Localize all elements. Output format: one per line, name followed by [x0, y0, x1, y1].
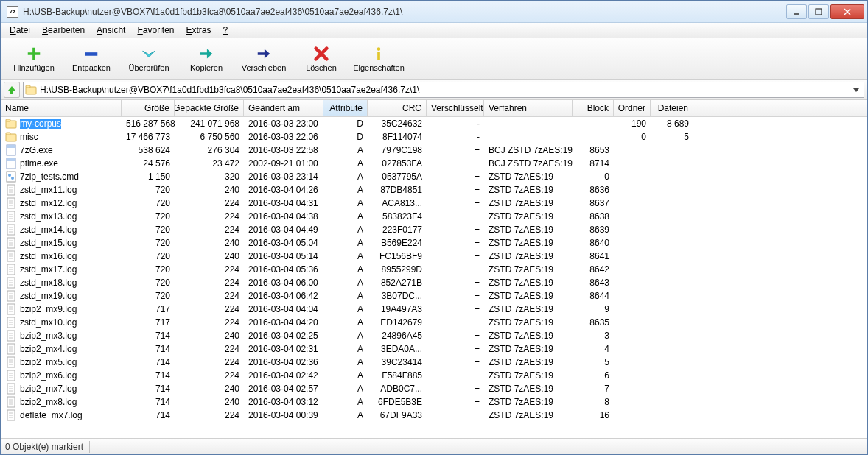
table-row[interactable]: zstd_mx13.log7202242016-03-04 04:38A5838… [1, 210, 867, 223]
cell-method: ZSTD 7zAES:19 [484, 225, 573, 235]
address-combobox[interactable]: H:\USB-Backup\nutzer@VBOX7\f1a0d1fbd1b3f… [23, 82, 864, 98]
table-row[interactable]: bzip2_mx4.log7142242016-03-04 02:31A3EDA… [1, 342, 867, 356]
header-crc[interactable]: CRC [368, 100, 427, 116]
move-button[interactable]: Verschieben [235, 40, 293, 78]
up-button[interactable] [4, 82, 20, 98]
table-row[interactable]: zstd_mx16.log7202402016-03-04 05:14AFC15… [1, 250, 867, 263]
titlebar[interactable]: 7z H:\USB-Backup\nutzer@VBOX7\f1a0d1fbd1… [1, 1, 867, 23]
test-button[interactable]: Überprüfen [120, 40, 178, 78]
cell-method: ZSTD 7zAES:19 [484, 291, 573, 301]
cell-crc: 027853FA [368, 158, 427, 169]
table-row[interactable]: 7zip_tests.cmd1 1503202016-03-03 23:14A0… [1, 170, 867, 183]
header-size[interactable]: Größe [122, 100, 175, 116]
cell-crc: 223F0177 [368, 225, 427, 235]
table-row[interactable]: zstd_mx15.log7202402016-03-04 05:04AB569… [1, 236, 867, 250]
svg-point-6 [377, 47, 381, 51]
table-row[interactable]: zstd_mx14.log7202242016-03-04 04:49A223F… [1, 223, 867, 236]
tool-label: Löschen [306, 63, 337, 72]
svg-rect-5 [377, 52, 380, 60]
cell-name: zstd_mx14.log [1, 224, 122, 236]
menu-extras[interactable]: Extras [181, 24, 217, 37]
table-row[interactable]: bzip2_mx6.log7142242016-03-04 02:42AF584… [1, 369, 867, 382]
cell-name: bzip2_mx9.log [1, 303, 122, 315]
addressbar: H:\USB-Backup\nutzer@VBOX7\f1a0d1fbd1b3f… [1, 80, 867, 100]
cell-packed-size: 240 [175, 185, 244, 195]
menu-favorites[interactable]: Favoriten [131, 24, 180, 37]
cell-encrypted: + [427, 264, 484, 275]
cell-encrypted: + [427, 158, 484, 169]
cell-method: ZSTD 7zAES:19 [484, 304, 573, 314]
maximize-button[interactable] [808, 4, 829, 19]
cell-name: zstd_mx17.log [1, 264, 122, 275]
header-packed-size[interactable]: Gepackte Größe [175, 100, 244, 116]
header-method[interactable]: Verfahren [484, 100, 573, 116]
cell-modified: 2016-03-04 05:04 [244, 238, 323, 248]
add-button[interactable]: Hinzufügen [5, 40, 63, 78]
copy-button[interactable]: Kopieren [178, 40, 235, 78]
cell-name: 7zip_tests.cmd [1, 171, 122, 183]
table-row[interactable]: bzip2_mx9.log7172242016-03-04 04:04A19A4… [1, 303, 867, 316]
cell-crc: 6FDE5B3E [368, 397, 427, 407]
header-attributes[interactable]: Attribute [323, 100, 368, 116]
menu-label: xtras [192, 25, 211, 35]
cell-crc: B569E224 [368, 238, 427, 248]
cell-name: bzip2_mx3.log [1, 330, 122, 342]
cell-folders: 190 [614, 119, 651, 129]
file-list[interactable]: my-corpus516 287 568241 071 9682016-03-0… [1, 117, 867, 438]
table-row[interactable]: zstd_mx10.log7172242016-03-04 04:20AED14… [1, 316, 867, 329]
menu-edit[interactable]: Bearbeiten [36, 24, 91, 37]
table-row[interactable]: ptime.exe24 57623 4722002-09-21 01:00A02… [1, 157, 867, 170]
delete-button[interactable]: Löschen [293, 40, 350, 78]
cell-crc: 3B07DC... [368, 291, 427, 301]
cell-method: ZSTD 7zAES:19 [484, 357, 573, 367]
txt-icon [5, 330, 17, 342]
arrow-right-teal-icon [198, 46, 214, 62]
table-row[interactable]: misc17 466 7736 750 5602016-03-03 22:06D… [1, 130, 867, 144]
table-row[interactable]: 7zG.exe538 624276 3042016-03-03 22:58A79… [1, 144, 867, 157]
cell-attr: A [323, 291, 368, 301]
header-block[interactable]: Block [573, 100, 614, 116]
cell-size: 24 576 [122, 158, 175, 169]
cell-method: ZSTD 7zAES:19 [484, 278, 573, 288]
dropdown-icon[interactable] [850, 87, 862, 93]
table-row[interactable]: zstd_mx17.log7202242016-03-04 05:36A8955… [1, 263, 867, 276]
table-row[interactable]: my-corpus516 287 568241 071 9682016-03-0… [1, 117, 867, 130]
cell-block: 8639 [573, 225, 614, 235]
svg-rect-12 [6, 133, 10, 135]
cell-modified: 2016-03-03 23:14 [244, 172, 323, 182]
table-row[interactable]: bzip2_mx8.log7142402016-03-04 03:12A6FDE… [1, 395, 867, 409]
table-row[interactable]: deflate_mx7.log7142242016-03-04 00:39A67… [1, 409, 867, 422]
table-row[interactable]: bzip2_mx7.log7142402016-03-04 02:57AADB0… [1, 382, 867, 395]
table-row[interactable]: zstd_mx11.log7202402016-03-04 04:26A87DB… [1, 183, 867, 197]
cell-method: ZSTD 7zAES:19 [484, 198, 573, 208]
close-button[interactable] [830, 4, 864, 19]
cell-folders: 0 [614, 132, 651, 142]
cell-encrypted: + [427, 251, 484, 261]
folder-icon [5, 118, 17, 130]
cell-size: 720 [122, 291, 175, 301]
header-modified[interactable]: Geändert am [244, 100, 323, 116]
table-row[interactable]: zstd_mx18.log7202242016-03-04 06:00A852A… [1, 276, 867, 289]
cell-size: 714 [122, 410, 175, 420]
header-encrypted[interactable]: Verschlüsselt [427, 100, 484, 116]
table-row[interactable]: zstd_mx12.log7202242016-03-04 04:31AACA8… [1, 197, 867, 210]
table-row[interactable]: bzip2_mx5.log7142242016-03-04 02:36A39C2… [1, 356, 867, 369]
cell-method: ZSTD 7zAES:19 [484, 397, 573, 407]
menu-help[interactable]: ? [217, 24, 234, 37]
cell-block: 8636 [573, 185, 614, 195]
table-row[interactable]: bzip2_mx3.log7142402016-03-04 02:25A2489… [1, 329, 867, 342]
properties-button[interactable]: Eigenschaften [350, 40, 407, 78]
cell-encrypted: + [427, 145, 484, 155]
exe-icon [5, 158, 17, 169]
table-row[interactable]: zstd_mx19.log7202242016-03-04 06:42A3B07… [1, 289, 867, 303]
header-files[interactable]: Dateien [651, 100, 693, 116]
extract-button[interactable]: Entpacken [63, 40, 120, 78]
cell-modified: 2002-09-21 01:00 [244, 158, 323, 169]
header-name[interactable]: Name [1, 100, 122, 116]
header-folders[interactable]: Ordner [614, 100, 651, 116]
menu-view[interactable]: Ansicht [91, 24, 131, 37]
minus-icon [83, 46, 99, 62]
menu-file[interactable]: Datei [4, 24, 36, 37]
minimize-button[interactable] [786, 4, 807, 19]
cell-packed-size: 224 [175, 225, 244, 235]
